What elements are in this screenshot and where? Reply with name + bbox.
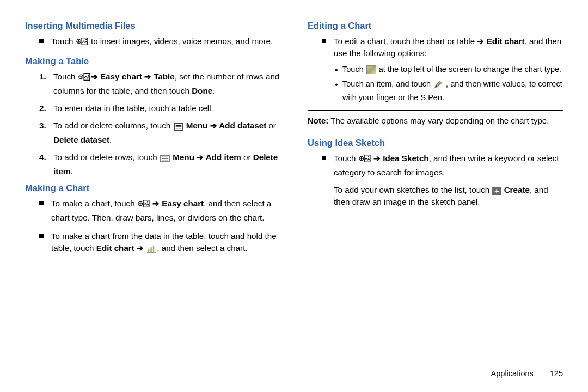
add-media-icon [138, 199, 150, 212]
list-item: Touch ➔ Idea Sketch, and then write a ke… [322, 152, 563, 208]
list-item: To make a chart from the data in the tab… [39, 230, 280, 256]
list-item: Touch ➔ Easy chart ➔ Table, set the numb… [39, 71, 280, 97]
menu-icon [160, 154, 170, 166]
divider [308, 110, 563, 111]
list-item: Touch at the top left of the screen to c… [334, 64, 563, 75]
list-item: To enter data in the table, touch a tabl… [39, 102, 280, 114]
left-column: Inserting Multimedia Files Touch to inse… [25, 21, 280, 263]
pencil-icon [433, 80, 443, 92]
note-text: Note: The available options may vary dep… [308, 115, 563, 126]
divider [308, 132, 563, 132]
add-media-icon [78, 72, 90, 85]
list-item: To add or delete rows, touch Menu ➔ Add … [39, 151, 280, 177]
heading-idea-sketch: Using Idea Sketch [308, 138, 563, 148]
right-column: Editing a Chart To edit a chart, touch t… [308, 21, 563, 263]
section-name: Applications [491, 369, 534, 378]
chart-type-icon [366, 65, 376, 74]
list-item: Touch to insert images, videos, voice me… [39, 35, 280, 50]
list-item: To edit a chart, touch the chart or tabl… [322, 35, 563, 103]
page-footer: Applications 125 [491, 369, 563, 378]
list-item: To add or delete columns, touch Menu ➔ A… [39, 120, 280, 146]
heading-editing-chart: Editing a Chart [308, 21, 563, 31]
heading-making-chart: Making a Chart [25, 183, 280, 193]
add-media-icon [359, 154, 371, 167]
menu-icon [174, 122, 183, 134]
heading-making-table: Making a Table [25, 56, 280, 66]
chart-icon [146, 244, 156, 256]
plus-icon: + [492, 187, 501, 195]
page-number: 125 [550, 369, 563, 378]
list-item: Touch an item, and touch , and then writ… [334, 78, 563, 103]
manual-page: Inserting Multimedia Files Touch to inse… [0, 0, 588, 263]
list-item: To make a chart, touch ➔ Easy chart, and… [39, 198, 280, 224]
heading-inserting-multimedia: Inserting Multimedia Files [25, 21, 280, 31]
add-media-icon [76, 36, 88, 50]
